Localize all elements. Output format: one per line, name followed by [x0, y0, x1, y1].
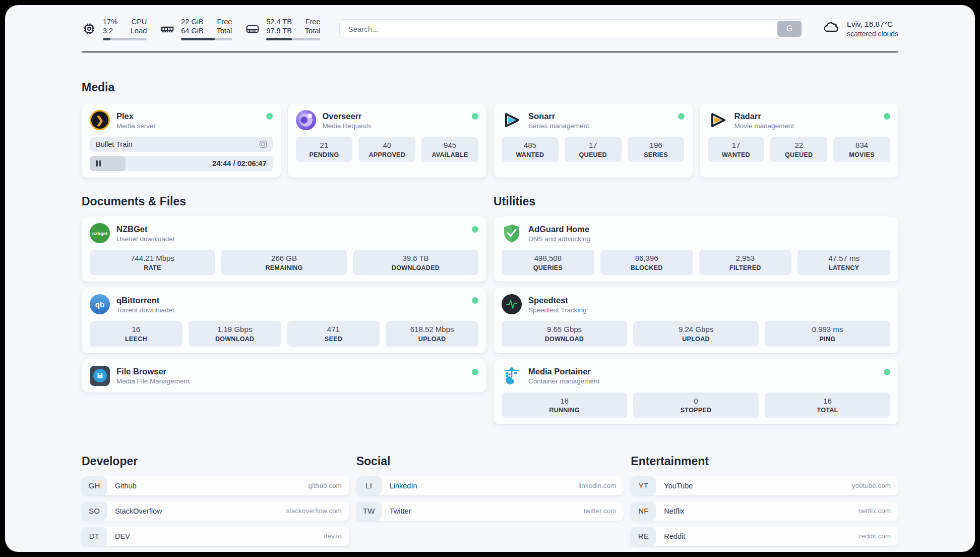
- reddit-abbr-icon: RE: [631, 527, 656, 546]
- playback-progressbar: 24:44 / 02:06:47: [90, 156, 273, 171]
- card-title: Radarr: [734, 111, 794, 122]
- stat-tile: 618.52 Mbps UPLOAD: [386, 321, 478, 346]
- disk-free-value: 52.4 TB: [266, 17, 292, 26]
- stat-tile: 39.6 TB DOWNLOADED: [353, 250, 478, 275]
- card-subtitle: Media File Management: [116, 377, 190, 385]
- stat-tile: 16 RUNNING: [502, 393, 627, 418]
- qbittorrent-icon: qb: [90, 294, 110, 314]
- link-dev[interactable]: DT DEV dev.to: [82, 527, 349, 546]
- card-radarr[interactable]: Radarr Movie management 17 WANTED 22 QUE…: [700, 103, 899, 178]
- card-subtitle: Speedtest Tracking: [528, 306, 587, 314]
- card-subtitle: Torrent downloader: [116, 306, 175, 314]
- cpu-icon: [82, 21, 97, 36]
- cpu-usage-value: 17%: [103, 17, 117, 26]
- overseerr-icon: [296, 110, 316, 130]
- stat-tile: 16 TOTAL: [765, 393, 890, 418]
- card-filebrowser[interactable]: File Browser Media File Management: [82, 359, 486, 393]
- sonarr-icon: [502, 110, 522, 130]
- stat-tile: 834 MOVIES: [833, 137, 890, 162]
- card-speedtest[interactable]: Speedtest Speedtest Tracking 9.65 Gbps D…: [494, 288, 898, 353]
- link-linkedin[interactable]: LI LinkedIn linkedin.com: [356, 476, 624, 495]
- search-engine-button[interactable]: G: [777, 21, 802, 37]
- card-title: Sonarr: [528, 111, 589, 122]
- cpu-stat: 17% 3.2 CPU Load: [82, 17, 147, 40]
- stat-tile: 0.993 ms PING: [765, 321, 890, 346]
- card-nzbget[interactable]: nzbget NZBGet Usenet downloader 744.21 M…: [82, 216, 486, 282]
- system-stats: 17% 3.2 CPU Load: [82, 17, 320, 40]
- disk-progressbar: [266, 38, 320, 40]
- stat-tile: 744.21 Mbps RATE: [90, 250, 215, 275]
- stat-tile: 485 WANTED: [502, 137, 559, 162]
- header-divider: [82, 51, 898, 52]
- memory-progressbar: [181, 38, 232, 40]
- disk-stat: 52.4 TB 97.9 TB Free Total: [245, 17, 320, 40]
- cpu-load-value: 3.2: [103, 26, 117, 35]
- speedtest-icon: [502, 294, 522, 314]
- stat-tile: 196 SERIES: [628, 137, 685, 162]
- cloud-icon: [822, 19, 840, 39]
- header: 17% 3.2 CPU Load: [82, 17, 898, 40]
- weather-condition: scattered clouds: [847, 30, 898, 38]
- card-sonarr[interactable]: Sonarr Series management 485 WANTED 17 Q…: [494, 103, 693, 178]
- radarr-icon: [708, 110, 728, 130]
- stat-tile: 498,508 QUERIES: [502, 250, 594, 275]
- nzbget-icon: nzbget: [90, 223, 110, 243]
- dev-abbr-icon: DT: [82, 527, 107, 546]
- link-stackoverflow[interactable]: SO StackOverflow stackoverflow.com: [82, 502, 349, 521]
- linkedin-abbr-icon: LI: [356, 476, 382, 495]
- link-twitter[interactable]: TW Twitter twitter.com: [356, 502, 624, 521]
- card-subtitle: Container management: [528, 377, 599, 385]
- card-overseerr[interactable]: Overseerr Media Requests 21 PENDING 40 A…: [288, 103, 487, 178]
- stat-tile: 22 QUEUED: [770, 137, 827, 162]
- section-title-developer: Developer: [82, 455, 349, 468]
- dashboard-frame: 17% 3.2 CPU Load: [5, 5, 975, 552]
- now-playing-row: Bullet Train: [90, 137, 273, 152]
- stat-tile: 17 QUEUED: [565, 137, 622, 162]
- card-plex[interactable]: ❯ Plex Media server Bullet Train: [82, 103, 281, 178]
- status-dot: [266, 113, 273, 120]
- social-column: Social LI LinkedIn linkedin.com TW Twitt…: [356, 455, 624, 527]
- link-netflix[interactable]: NF Netflix netflix.com: [631, 502, 898, 521]
- memory-stat: 22 GiB 64 GiB Free Total: [160, 17, 232, 40]
- stat-tile: 86,396 BLOCKED: [600, 250, 693, 275]
- card-title: Plex: [116, 111, 156, 122]
- stat-tile: 471 SEED: [287, 321, 380, 346]
- card-title: Media Portainer: [528, 366, 599, 377]
- card-title: Speedtest: [528, 295, 587, 306]
- status-dot: [884, 113, 890, 120]
- link-reddit[interactable]: RE Reddit reddit.com: [631, 527, 898, 546]
- media-grid: ❯ Plex Media server Bullet Train: [82, 103, 898, 178]
- card-title: qBittorrent: [116, 295, 175, 306]
- weather-widget: Lviv, 16.87°C scattered clouds: [822, 19, 898, 39]
- stat-tile: 1.19 Gbps DOWNLOAD: [189, 321, 281, 346]
- entertainment-column: Entertainment YT YouTube youtube.com NF …: [631, 455, 898, 552]
- github-abbr-icon: GH: [82, 476, 107, 495]
- cpu-usage-label: CPU: [131, 17, 147, 26]
- now-playing-title: Bullet Train: [96, 140, 133, 148]
- card-adguard[interactable]: AdGuard Home DNS and adblocking 498,508 …: [494, 216, 898, 282]
- playback-time: 24:44 / 02:06:47: [212, 159, 266, 168]
- memory-total-value: 64 GiB: [181, 26, 203, 35]
- card-subtitle: Media Requests: [323, 122, 372, 130]
- search-bar: G: [339, 19, 803, 38]
- stat-tile: 17 WANTED: [708, 137, 765, 162]
- status-dot: [472, 297, 478, 304]
- stat-tile: 21 PENDING: [296, 137, 353, 162]
- section-title-utilities: Utilities: [494, 195, 898, 208]
- plex-icon: ❯: [90, 110, 110, 130]
- card-portainer[interactable]: Media Portainer Container management 16 …: [494, 359, 898, 424]
- memory-total-label: Total: [217, 26, 232, 35]
- section-title-documents: Documents & Files: [82, 195, 486, 208]
- link-youtube[interactable]: YT YouTube youtube.com: [631, 476, 898, 495]
- card-title: AdGuard Home: [528, 224, 590, 235]
- disk-total-label: Total: [305, 26, 321, 35]
- session-screen-icon[interactable]: [259, 140, 268, 149]
- weather-location-temp: Lviv, 16.87°C: [847, 20, 898, 29]
- search-input[interactable]: [339, 19, 803, 38]
- adguard-icon: [502, 223, 522, 243]
- disk-total-value: 97.9 TB: [266, 26, 292, 35]
- link-github[interactable]: GH Github github.com: [82, 476, 349, 495]
- disk-free-label: Free: [305, 17, 321, 26]
- card-qbittorrent[interactable]: qb qBittorrent Torrent downloader 16 LEE…: [82, 288, 486, 353]
- section-title-social: Social: [356, 455, 624, 468]
